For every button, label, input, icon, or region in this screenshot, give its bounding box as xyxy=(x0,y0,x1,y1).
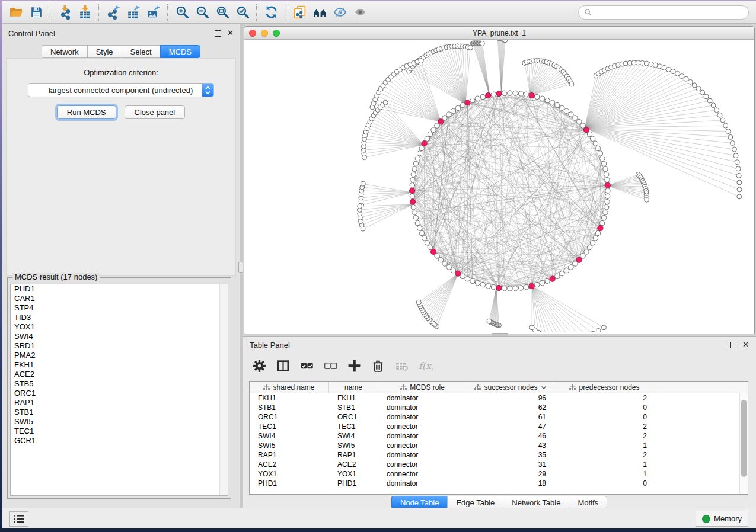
table-scrollbar-thumb[interactable] xyxy=(741,400,747,477)
show-all-icon[interactable] xyxy=(350,4,370,21)
cell: 1 xyxy=(554,441,655,450)
criterion-select[interactable]: largest connected component (undirected) xyxy=(28,83,214,97)
zoom-selected-icon[interactable] xyxy=(232,4,253,21)
cell: YOX1 xyxy=(329,469,378,479)
mcds-result-item[interactable]: TEC1 xyxy=(11,427,228,436)
column-header-MCDS-role[interactable]: MCDS role xyxy=(378,382,467,393)
minimize-window-icon[interactable] xyxy=(261,30,268,37)
export-image-icon[interactable] xyxy=(143,4,164,21)
mcds-result-item[interactable]: SWI4 xyxy=(11,332,228,341)
table-row[interactable]: ORC1ORC1dominator610 xyxy=(250,412,748,422)
plus-icon[interactable] xyxy=(343,355,365,376)
mcds-result-item[interactable]: ACE2 xyxy=(11,370,228,379)
import-network-icon[interactable] xyxy=(55,4,75,21)
network-canvas[interactable] xyxy=(244,40,754,334)
table-row[interactable]: TEC1TEC1connector472 xyxy=(250,422,748,431)
table-row[interactable]: ACE2ACE2connector311 xyxy=(250,460,748,469)
mcds-result-item[interactable]: TID3 xyxy=(11,313,228,322)
search-field[interactable] xyxy=(578,5,749,20)
table-row[interactable]: YOX1YOX1connector291 xyxy=(250,469,748,479)
cell-filler xyxy=(655,431,748,441)
network-graph[interactable] xyxy=(244,40,754,332)
memory-button[interactable]: Memory xyxy=(696,511,748,527)
mcds-result-item[interactable]: SWI5 xyxy=(11,417,228,427)
mcds-result-item[interactable]: STP4 xyxy=(11,303,228,313)
tab-select[interactable]: Select xyxy=(122,45,160,58)
table-row[interactable]: SWI4SWI4dominator462 xyxy=(250,431,748,441)
mcds-result-item[interactable]: CAR1 xyxy=(11,294,228,303)
column-header-shared-name[interactable]: shared name xyxy=(250,382,329,393)
maximize-window-icon[interactable] xyxy=(273,30,280,37)
mcds-list-scrollbar[interactable] xyxy=(219,284,228,495)
table-tab-motifs[interactable]: Motifs xyxy=(569,496,607,509)
svg-text:f(x): f(x) xyxy=(419,360,433,371)
status-bar: Memory xyxy=(2,508,756,528)
save-session-icon[interactable] xyxy=(26,4,46,21)
cell: TEC1 xyxy=(329,422,378,431)
mcds-result-item[interactable]: ORC1 xyxy=(11,389,228,398)
check-pair-icon[interactable] xyxy=(296,355,317,376)
table-tab-network-table[interactable]: Network Table xyxy=(503,496,569,509)
open-file-icon[interactable] xyxy=(6,4,26,21)
uncheck-pair-icon[interactable] xyxy=(320,355,341,376)
table-scrollbar[interactable] xyxy=(739,393,748,494)
table-row[interactable]: STB1STB1dominator620 xyxy=(250,403,748,412)
copy-network-icon[interactable] xyxy=(289,4,310,21)
task-history-button[interactable] xyxy=(9,511,28,527)
mcds-result-item[interactable]: PMA2 xyxy=(11,351,228,360)
mcds-result-item[interactable]: STB1 xyxy=(11,408,228,417)
column-header-name[interactable]: name xyxy=(329,382,378,393)
mcds-result-item[interactable]: PHD1 xyxy=(11,284,228,294)
mcds-result-item[interactable]: FKH1 xyxy=(11,360,228,370)
first-neighbors-icon[interactable] xyxy=(310,4,330,21)
tab-style[interactable]: Style xyxy=(87,45,122,58)
search-input[interactable] xyxy=(595,7,748,18)
table-tabs: Node TableEdge TableNetwork TableMotifs xyxy=(391,496,607,509)
cell: 46 xyxy=(467,431,554,441)
hide-selected-icon[interactable] xyxy=(330,4,350,21)
cell: dominator xyxy=(378,431,467,441)
zoom-in-icon[interactable] xyxy=(172,4,192,21)
import-table-icon[interactable] xyxy=(75,4,95,21)
float-panel-icon[interactable] xyxy=(215,30,221,37)
table-tab-edge-table[interactable]: Edge Table xyxy=(447,496,503,509)
columns-icon[interactable] xyxy=(272,355,294,376)
mcds-result-item[interactable]: YOX1 xyxy=(11,322,228,332)
gear-icon[interactable] xyxy=(248,355,270,376)
close-panel-button[interactable]: Close panel xyxy=(125,105,186,119)
tab-network[interactable]: Network xyxy=(42,45,87,58)
mcds-result-item[interactable]: SRD1 xyxy=(11,341,228,351)
table-row[interactable]: FKH1FKH1dominator962 xyxy=(250,393,748,403)
toolbar-separator xyxy=(256,4,257,21)
close-window-icon[interactable] xyxy=(249,30,256,37)
float-table-panel-icon[interactable] xyxy=(730,342,736,348)
table-tab-node-table[interactable]: Node Table xyxy=(391,496,448,509)
zoom-out-icon[interactable] xyxy=(192,4,212,21)
cell: connector xyxy=(378,460,467,469)
zoom-fit-icon[interactable] xyxy=(212,4,232,21)
cell-filler xyxy=(655,479,748,488)
table-row[interactable]: RAP1RAP1dominator352 xyxy=(250,450,748,460)
trash-icon[interactable] xyxy=(367,355,388,376)
cell: 47 xyxy=(467,422,554,431)
export-network-icon[interactable] xyxy=(103,4,123,21)
table-row[interactable]: SWI5SWI5connector431 xyxy=(250,441,748,450)
tab-mcds[interactable]: MCDS xyxy=(160,45,200,58)
refresh-view-icon[interactable] xyxy=(261,4,281,21)
cell: RAP1 xyxy=(329,450,378,460)
mcds-result-item[interactable]: GCR1 xyxy=(11,436,228,446)
column-header-filler xyxy=(655,382,748,393)
run-mcds-button[interactable]: Run MCDS xyxy=(57,105,116,119)
close-table-panel-icon[interactable]: ✕ xyxy=(742,342,749,348)
mcds-result-item[interactable]: RAP1 xyxy=(11,398,228,408)
cell: SWI5 xyxy=(250,441,329,450)
mcds-result-item[interactable]: STB5 xyxy=(11,379,228,389)
column-header-predecessor-nodes[interactable]: predecessor nodes xyxy=(554,382,655,393)
export-table-icon[interactable] xyxy=(123,4,143,21)
list-icon xyxy=(14,515,24,523)
close-panel-icon[interactable]: ✕ xyxy=(227,30,234,36)
table-row[interactable]: PHD1PHD1dominator180 xyxy=(250,479,748,488)
column-header-successor-nodes[interactable]: successor nodes xyxy=(467,382,554,393)
cell: connector xyxy=(378,422,467,431)
cell: PHD1 xyxy=(250,479,329,488)
